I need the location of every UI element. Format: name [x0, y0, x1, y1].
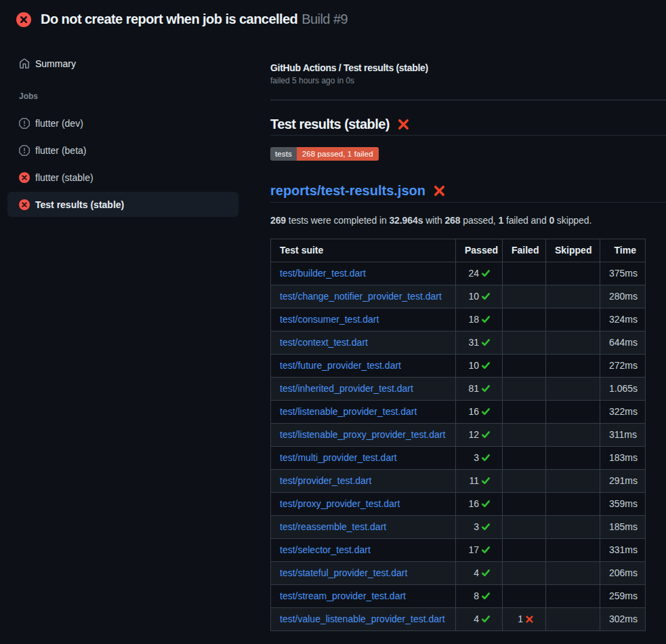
failed-cell [503, 262, 546, 285]
skipped-cell [546, 493, 600, 516]
table-row: test/listenable_provider_test.dart 16 32… [271, 401, 646, 424]
passed-cell: 10 [456, 355, 503, 378]
test-suite-link[interactable]: test/listenable_proxy_provider_test.dart [280, 429, 445, 440]
check-mark-icon [481, 476, 491, 485]
header-divider [270, 100, 666, 100]
test-suite-link[interactable]: test/stateful_provider_test.dart [280, 567, 407, 578]
sidebar-summary-label: Summary [35, 58, 76, 69]
check-mark-icon [481, 568, 491, 578]
table-row: test/inherited_provider_test.dart 81 1.0… [271, 378, 646, 401]
passed-cell: 11 [456, 470, 503, 493]
col-header-skipped: Skipped [546, 239, 600, 262]
table-row: test/multi_provider_test.dart 3 183ms [271, 447, 646, 470]
run-failed-icon [16, 12, 31, 27]
stop-octagon-icon [19, 118, 30, 129]
skipped-cell [546, 378, 600, 401]
table-row: test/reassemble_test.dart 3 185ms [271, 516, 646, 539]
x-circle-icon [19, 172, 30, 183]
table-row: test/listenable_proxy_provider_test.dart… [271, 424, 646, 447]
failed-cell [503, 331, 546, 355]
summary-text: failed and [503, 215, 549, 226]
passed-cell: 8 [456, 585, 503, 608]
check-mark-icon [481, 545, 491, 555]
test-suite-link[interactable]: test/proxy_provider_test.dart [280, 498, 400, 509]
summary-text: skipped. [554, 215, 591, 226]
time-cell: 324ms [600, 308, 646, 331]
skipped-cell [546, 401, 600, 424]
check-mark-icon [481, 499, 491, 508]
badge-label: tests [270, 147, 297, 161]
test-suite-link[interactable]: test/future_provider_test.dart [280, 360, 401, 371]
summary-text: with [423, 215, 444, 226]
main-content: GitHub Actions / Test results (stable) f… [270, 0, 666, 644]
cross-mark-icon [397, 118, 410, 131]
check-mark-icon [481, 591, 491, 601]
skipped-cell [546, 516, 600, 539]
passed-cell: 4 [456, 608, 503, 631]
skipped-cell [546, 562, 600, 585]
summary-text: passed, [460, 215, 498, 226]
col-header-time: Time [600, 239, 646, 262]
failed-cell [503, 470, 546, 493]
table-row: test/consumer_test.dart 18 324ms [271, 308, 646, 331]
time-cell: 644ms [600, 331, 646, 355]
table-row: test/stateful_provider_test.dart 4 206ms [271, 562, 646, 585]
test-suite-link[interactable]: test/value_listenable_provider_test.dart [280, 613, 445, 624]
job-label: flutter (beta) [35, 145, 86, 156]
failed-cell [503, 285, 546, 308]
test-suite-link[interactable]: test/stream_provider_test.dart [280, 590, 406, 601]
test-suite-link[interactable]: test/reassemble_test.dart [280, 521, 386, 532]
check-mark-icon [481, 407, 491, 416]
test-suite-link[interactable]: test/consumer_test.dart [280, 314, 379, 325]
table-row: test/value_listenable_provider_test.dart… [271, 608, 646, 631]
table-row: test/builder_test.dart 24 375ms [271, 262, 646, 285]
x-circle-icon [19, 199, 30, 210]
sidebar-job-flutter-beta-[interactable]: flutter (beta) [7, 138, 238, 163]
summary-text: tests were completed in [286, 215, 389, 226]
sidebar-job-test-results-stable-[interactable]: Test results (stable) [7, 192, 238, 217]
table-row: test/context_test.dart 31 644ms [271, 331, 646, 355]
test-suite-link[interactable]: test/multi_provider_test.dart [280, 452, 397, 463]
test-suite-link[interactable]: test/selector_test.dart [280, 544, 371, 555]
check-mark-icon [481, 614, 491, 624]
skipped-cell [546, 447, 600, 470]
test-suite-link[interactable]: test/change_notifier_provider_test.dart [280, 291, 442, 302]
test-suite-link[interactable]: test/provider_test.dart [280, 475, 371, 486]
skipped-cell [546, 262, 600, 285]
test-suite-link[interactable]: test/context_test.dart [280, 337, 368, 348]
col-header-test-suite: Test suite [271, 239, 456, 262]
sidebar-job-flutter-dev-[interactable]: flutter (dev) [7, 110, 238, 136]
report-heading-row: reports/test-results.json [270, 182, 446, 199]
breadcrumb: GitHub Actions / Test results (stable) [270, 61, 428, 75]
skipped-cell [546, 331, 600, 355]
check-mark-icon [481, 315, 491, 324]
test-suite-link[interactable]: test/inherited_provider_test.dart [280, 383, 413, 394]
time-cell: 1.065s [600, 378, 646, 401]
failed-cell [503, 493, 546, 516]
time-cell: 291ms [600, 470, 646, 493]
table-row: test/future_provider_test.dart 10 272ms [271, 355, 646, 378]
test-suite-link[interactable]: test/listenable_provider_test.dart [280, 406, 417, 417]
check-mark-icon [481, 522, 491, 531]
summary-number: 0 [549, 215, 554, 226]
failed-cell [503, 401, 546, 424]
sidebar-item-summary[interactable]: Summary [7, 51, 238, 76]
failed-cell [503, 562, 546, 585]
time-cell: 280ms [600, 285, 646, 308]
failed-cell [503, 585, 546, 608]
failed-cell [503, 516, 546, 539]
sidebar-job-flutter-stable-[interactable]: flutter (stable) [7, 165, 238, 190]
table-row: test/proxy_provider_test.dart 16 359ms [271, 493, 646, 516]
table-header-row: Test suite Passed Failed Skipped Time [271, 239, 646, 262]
passed-cell: 10 [456, 285, 503, 308]
passed-cell: 4 [456, 562, 503, 585]
test-suite-link[interactable]: test/builder_test.dart [280, 268, 366, 279]
report-link[interactable]: reports/test-results.json [270, 183, 425, 199]
passed-cell: 17 [456, 539, 503, 562]
section-title: Test results (stable) [270, 117, 390, 132]
time-cell: 206ms [600, 562, 646, 585]
check-mark-icon [481, 361, 491, 370]
skipped-cell [546, 539, 600, 562]
check-mark-icon [481, 291, 491, 301]
job-label: flutter (stable) [35, 172, 93, 183]
